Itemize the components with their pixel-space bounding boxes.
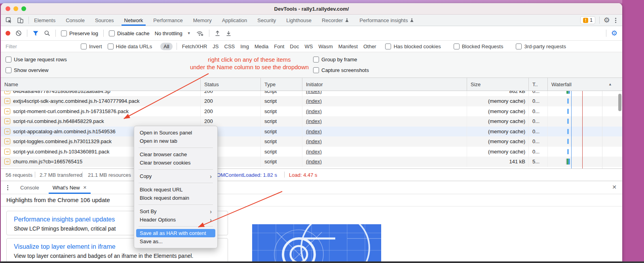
filter-type-other[interactable]: Other	[363, 44, 376, 49]
settings-gear-icon[interactable]: ⚙	[604, 17, 610, 24]
menu-item-block-request-url[interactable]: Block request URL	[134, 185, 217, 194]
tab-memory[interactable]: Memory	[188, 15, 217, 26]
export-har-icon[interactable]	[226, 30, 232, 36]
table-row[interactable]: <>script-appcatalog-alm.combined.js.h154…	[1, 127, 622, 137]
more-options-icon[interactable]	[614, 18, 617, 23]
column-header-status[interactable]: Status	[201, 78, 261, 91]
invert-checkbox[interactable]: Invert	[81, 44, 102, 49]
filter-type-fetch-xhr[interactable]: Fetch/XHR	[182, 44, 207, 49]
tab-elements[interactable]: Elements	[29, 15, 61, 26]
has-blocked-cookies-checkbox[interactable]: Has blocked cookies	[385, 44, 441, 49]
disable-cache-checkbox[interactable]: Disable cache	[109, 30, 150, 36]
filter-funnel-icon[interactable]	[32, 30, 39, 36]
device-toolbar-icon[interactable]	[17, 17, 24, 24]
filter-type-manifest[interactable]: Manifest	[338, 44, 358, 49]
initiator-link[interactable]: (index)	[306, 98, 322, 104]
column-header-type[interactable]: Type	[261, 78, 302, 91]
drawer-more-options-icon[interactable]	[4, 181, 11, 194]
table-row[interactable]: <>extjs4script-sdk-async.combined.js.h-1…	[1, 96, 622, 106]
use-large-request-rows-checkbox[interactable]: Use large request rows	[6, 57, 67, 62]
card-body: View top layer containers and badges of …	[14, 253, 220, 259]
import-har-icon[interactable]	[215, 30, 220, 36]
inspect-element-icon[interactable]	[6, 17, 12, 24]
network-conditions-icon[interactable]	[196, 30, 204, 36]
blocked-requests-checkbox[interactable]: Blocked Requests	[454, 44, 503, 49]
tab-performance-insights[interactable]: Performance insights	[354, 15, 419, 26]
tab-console-drawer[interactable]: Console	[15, 181, 44, 194]
minimize-window-button[interactable]	[13, 6, 18, 11]
request-time: 0...	[529, 136, 548, 147]
column-header-time[interactable]: T..	[529, 78, 548, 91]
initiator-link[interactable]: (index)	[306, 91, 322, 94]
menu-item-header-options[interactable]: Header Options›	[134, 216, 217, 224]
whats-new-tab-label: What's New	[53, 185, 80, 191]
table-row[interactable]: <>script-yui.combined.js.h-1034360891.pa…	[1, 147, 622, 157]
request-status: 200	[201, 116, 261, 127]
initiator-link[interactable]: (index)	[306, 159, 322, 165]
column-header-name[interactable]: Name	[1, 78, 201, 91]
divider	[55, 30, 56, 37]
network-settings-gear-icon[interactable]: ⚙	[611, 30, 617, 37]
filter-input[interactable]: Filter	[6, 44, 81, 49]
initiator-link[interactable]: (index)	[306, 149, 322, 155]
close-drawer-icon[interactable]: ✕	[612, 184, 617, 190]
tab-application[interactable]: Application	[217, 15, 253, 26]
request-name: 64d4a8af48778745186b968162aa6a84.3p	[13, 91, 110, 94]
table-row[interactable]: <>churro.min.js?cb=1665765415200script(i…	[1, 157, 622, 167]
throttling-dropdown[interactable]: No throttling ▼	[155, 30, 191, 36]
column-header-size[interactable]: Size	[467, 78, 529, 91]
preserve-log-checkbox[interactable]: Preserve log	[61, 30, 98, 36]
tab-performance[interactable]: Performance	[148, 15, 188, 26]
tab-recorder[interactable]: Recorder	[317, 15, 354, 26]
filter-type-media[interactable]: Media	[255, 44, 268, 49]
zoom-window-button[interactable]	[21, 6, 26, 11]
tab-sources[interactable]: Sources	[90, 15, 119, 26]
third-party-requests-checkbox[interactable]: 3rd-party requests	[516, 44, 566, 49]
close-window-button[interactable]	[6, 6, 10, 11]
initiator-link[interactable]: (index)	[306, 118, 322, 124]
network-filter-bar: Filter Invert Hide data URLs AllFetch/XH…	[1, 41, 622, 52]
column-header-initiator[interactable]: Initiator	[302, 78, 467, 91]
hide-data-urls-checkbox[interactable]: Hide data URLs	[108, 44, 152, 49]
initiator-link[interactable]: (index)	[306, 129, 322, 134]
filter-type-font[interactable]: Font	[274, 44, 284, 49]
tab-lighthouse[interactable]: Lighthouse	[281, 15, 317, 26]
filter-type-img[interactable]: Img	[240, 44, 249, 49]
filter-type-js[interactable]: JS	[213, 44, 218, 49]
issues-badge[interactable]: ! 1	[580, 16, 595, 24]
column-header-waterfall[interactable]: Waterfall ▲	[548, 78, 622, 91]
menu-item-block-request-domain[interactable]: Block request domain	[134, 194, 217, 202]
menu-item-clear-browser-cookies[interactable]: Clear browser cookies	[134, 159, 217, 167]
menu-item-save-as[interactable]: Save as...	[134, 237, 217, 246]
search-icon[interactable]	[44, 30, 50, 36]
menu-item-copy[interactable]: Copy›	[134, 172, 217, 180]
menu-item-sort-by[interactable]: Sort By›	[134, 207, 217, 216]
tab-network[interactable]: Network	[119, 15, 148, 26]
filter-type-wasm[interactable]: Wasm	[318, 44, 332, 49]
tab-whats-new[interactable]: What's New ✕	[48, 181, 91, 194]
table-row[interactable]: <>64d4a8af48778745186b968162aa6a84.3p200…	[1, 91, 622, 96]
initiator-link[interactable]: (index)	[306, 108, 322, 114]
table-row[interactable]: <>script-moment-curl.combined.js.h-16731…	[1, 106, 622, 117]
filter-type-all[interactable]: All	[160, 43, 172, 50]
filter-type-ws[interactable]: WS	[304, 44, 313, 49]
menu-item-clear-browser-cache[interactable]: Clear browser cache	[134, 150, 217, 159]
vertical-scrollbar[interactable]	[618, 94, 621, 111]
sort-ascending-icon: ▲	[608, 82, 612, 86]
tab-console[interactable]: Console	[61, 15, 90, 26]
record-network-log-button[interactable]	[6, 31, 10, 36]
menu-item-open-in-new-tab[interactable]: Open in new tab	[134, 137, 217, 145]
menu-item-open-in-sources-panel[interactable]: Open in Sources panel	[134, 129, 217, 137]
tab-security[interactable]: Security	[252, 15, 281, 26]
script-file-icon: <>	[4, 91, 10, 94]
close-tab-icon[interactable]: ✕	[83, 185, 87, 190]
clear-network-log-icon[interactable]	[15, 30, 22, 36]
filter-type-doc[interactable]: Doc	[290, 44, 299, 49]
menu-item-save-all-as-har-with-content[interactable]: Save all as HAR with content	[136, 229, 215, 237]
show-overview-checkbox[interactable]: Show overview	[6, 67, 48, 73]
chevron-down-icon: ▼	[187, 31, 191, 35]
filter-type-css[interactable]: CSS	[224, 44, 235, 49]
table-row[interactable]: <>script-rui.combined.js.h648458229.pack…	[1, 116, 622, 127]
table-row[interactable]: <>script-toggles.combined.js.h73011329.p…	[1, 136, 622, 147]
initiator-link[interactable]: (index)	[306, 138, 322, 144]
